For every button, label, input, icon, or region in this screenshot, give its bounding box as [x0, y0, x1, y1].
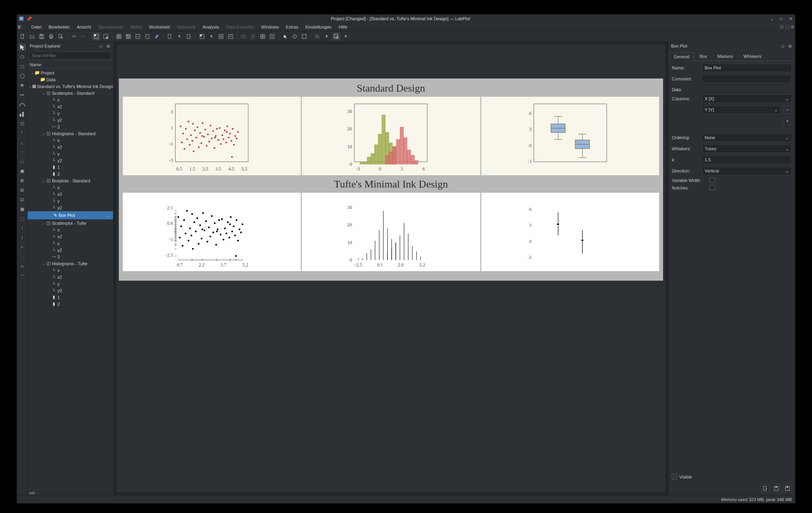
bar-tool-icon[interactable]	[18, 110, 26, 118]
zoom-window-icon[interactable]	[332, 33, 340, 40]
add-column-button[interactable]: +	[783, 117, 792, 125]
notebook-icon[interactable]	[143, 33, 151, 40]
tree-node[interactable]: ▮2	[27, 170, 113, 177]
magnify-icon[interactable]	[313, 33, 321, 40]
tree-node[interactable]: └x	[27, 226, 113, 233]
tree-node[interactable]: └x2	[27, 274, 113, 280]
crosshair-tool-icon[interactable]: ✧	[18, 243, 26, 251]
plot-hist-tufte[interactable]: 0102030-2.50.12.65.2	[302, 193, 480, 271]
save-icon[interactable]	[38, 33, 46, 40]
menu-einstellungen[interactable]: Einstellungen	[302, 24, 335, 30]
props-close-icon[interactable]: ⊗	[787, 43, 793, 49]
direction-select[interactable]: Vertical	[702, 167, 792, 175]
cursor-icon[interactable]	[281, 33, 289, 40]
tab-markers[interactable]: Markers	[712, 52, 738, 61]
name-field[interactable]	[702, 63, 792, 72]
pick1-icon[interactable]: ⁝	[18, 224, 26, 232]
menu-datei[interactable]: Datei	[28, 24, 45, 30]
layer-3-icon[interactable]: ⊡	[18, 195, 26, 203]
tree-node[interactable]: └y2	[27, 247, 113, 253]
scatter-tool-icon[interactable]: ⠶	[18, 262, 26, 270]
tree-node[interactable]: 📁Data	[27, 76, 113, 83]
tree-node[interactable]: └y	[27, 150, 113, 157]
import-arrow-icon[interactable]: ▾	[175, 33, 183, 40]
frame-2-icon[interactable]: ▣	[18, 167, 26, 175]
menu-worksheet[interactable]: Worksheet	[146, 24, 173, 30]
varwidth-checkbox[interactable]	[710, 178, 715, 183]
hlayout-icon[interactable]	[240, 33, 248, 40]
tree-node[interactable]: ⌄◫Scatterplot - Standard	[27, 90, 113, 96]
theme1-arrow[interactable]: ▾	[208, 33, 215, 40]
gridlayout-icon[interactable]	[259, 33, 267, 40]
menu-ansicht[interactable]: Ansicht	[74, 24, 94, 30]
column1-select[interactable]: X [X]	[702, 94, 792, 103]
panel-options-icon[interactable]: ◇	[98, 43, 104, 49]
tree-node[interactable]: └x	[27, 267, 113, 274]
tree-node[interactable]: ⌄▦Standard vs. Tufte's Minimal Ink Desig…	[27, 83, 113, 90]
mdi-min-icon[interactable]: ⊡	[780, 24, 783, 29]
pick2-icon[interactable]: ⁞	[18, 234, 26, 241]
select-tool-icon[interactable]: ▢	[18, 62, 26, 70]
panel-tl-icon[interactable]	[92, 33, 100, 40]
curve-tool-icon[interactable]	[18, 100, 26, 108]
tree-header-name[interactable]: Name	[27, 61, 113, 69]
tree-node[interactable]: └y2	[27, 117, 113, 123]
import-file-icon[interactable]	[166, 33, 174, 40]
axis-l-icon[interactable]: ╵	[18, 129, 26, 137]
worksheet[interactable]: Standard Design -3-1130.51.52.53.54.55.5…	[116, 44, 666, 493]
theme3-icon[interactable]	[227, 33, 234, 40]
export-file-icon[interactable]	[185, 33, 193, 40]
axis-r-icon[interactable]: ╷	[18, 138, 26, 146]
axis-t-icon[interactable]: ╶	[18, 148, 26, 156]
tree-node[interactable]: ▮1	[27, 164, 113, 170]
color-fill-icon[interactable]	[153, 33, 161, 40]
break-layout-icon[interactable]	[268, 33, 276, 40]
node-tool-icon[interactable]: ⋱	[18, 253, 26, 260]
lasso-tool-icon[interactable]: ◯	[18, 72, 26, 80]
tree-node[interactable]: 〰2	[27, 123, 113, 130]
tab-whiskers[interactable]: Whiskers	[738, 52, 766, 61]
tree-node[interactable]: ⌄◫Histograms - Standard	[27, 130, 113, 137]
text-frame-icon[interactable]: ⬚	[18, 214, 26, 222]
plot-hist-std[interactable]: 0102030-3036	[302, 97, 480, 175]
hex-tool-icon[interactable]: ⬡	[18, 53, 26, 61]
theme2-icon[interactable]	[217, 33, 225, 40]
tree-node[interactable]: └x	[27, 184, 113, 191]
tree-node[interactable]: ⌄📁Project	[27, 69, 113, 76]
props-options-icon[interactable]: ◇	[780, 43, 785, 49]
layer-2-icon[interactable]: ⊟	[18, 186, 26, 194]
tree-node[interactable]: └y2	[27, 204, 113, 211]
tab-box[interactable]: Box	[694, 52, 712, 61]
theme1-icon[interactable]	[198, 33, 206, 40]
remove-column-button[interactable]: −	[783, 105, 792, 114]
visible-checkbox[interactable]	[672, 474, 677, 479]
open-icon[interactable]	[28, 33, 36, 40]
mdi-close-icon[interactable]: ⊗	[791, 24, 794, 29]
crosshair-icon[interactable]	[291, 33, 299, 40]
menu-analysis[interactable]: Analysis	[200, 24, 222, 30]
matrix-icon[interactable]	[124, 33, 132, 40]
tree-node[interactable]: ✎Box Plot	[27, 211, 113, 220]
tree-node[interactable]: └x2	[27, 191, 113, 197]
template-save1-icon[interactable]	[772, 484, 781, 493]
plot-scatter-std[interactable]: -3-1130.51.52.53.54.55.5	[123, 97, 301, 175]
plot-scatter-tufte[interactable]: -2.5-10.62.10.72.23.75.2	[123, 193, 301, 271]
print-icon[interactable]	[47, 33, 55, 40]
fit-screen-icon[interactable]	[300, 33, 308, 40]
frame-1-icon[interactable]: □	[18, 157, 26, 165]
tree-node[interactable]: └x2	[27, 233, 113, 240]
notches-checkbox[interactable]	[710, 185, 715, 190]
tree-node[interactable]: └y	[27, 280, 113, 287]
k-field[interactable]	[702, 155, 792, 164]
tree-node[interactable]: ⌄◫Scatterplot - Tufte	[27, 220, 113, 226]
tree-node[interactable]: └x2	[27, 144, 113, 150]
zoom-arrow[interactable]: ▾	[342, 33, 350, 40]
new-icon[interactable]	[19, 33, 27, 40]
close-icon[interactable]: ✕	[788, 16, 793, 21]
group-icon[interactable]: ▦	[18, 205, 26, 213]
tree-node[interactable]: └x	[27, 137, 113, 144]
tree-node[interactable]: └y2	[27, 287, 113, 294]
magnify-arrow[interactable]: ▾	[323, 33, 331, 40]
mdi-max-icon[interactable]: ▢	[785, 24, 789, 29]
undo-icon[interactable]	[70, 33, 78, 40]
